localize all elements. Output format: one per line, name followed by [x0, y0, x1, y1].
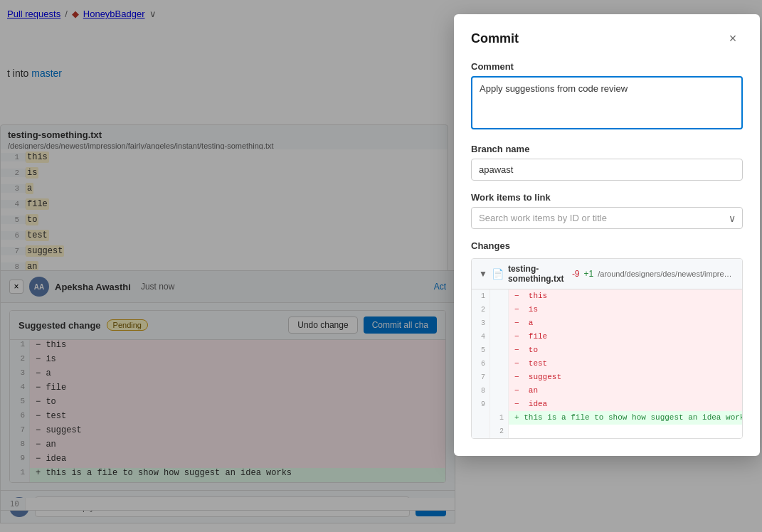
comment-label: Comment — [471, 61, 743, 72]
changes-file-name: testing-something.txt — [508, 264, 568, 284]
modal-close-button[interactable]: × — [723, 28, 743, 48]
changes-label: Changes — [471, 240, 743, 251]
ch-line: 3 − a — [472, 316, 742, 330]
work-items-select[interactable]: Search work items by ID or title — [471, 207, 743, 229]
diff-added-count: +1 — [584, 269, 594, 279]
diff-removed-count: -9 — [572, 269, 580, 279]
modal-header: Commit × — [471, 28, 743, 48]
ch-line: 7 − suggest — [472, 371, 742, 384]
modal-title: Commit — [471, 31, 519, 46]
ch-line: 5 − to — [472, 344, 742, 357]
ch-line: 1 + this is a file to show how suggest a… — [472, 411, 742, 425]
work-items-wrapper: Search work items by ID or title ∨ — [471, 207, 743, 229]
file-icon: 📄 — [492, 268, 504, 280]
changes-container: ▼ 📄 testing-something.txt -9 +1 /around/… — [471, 258, 743, 439]
branch-label: Branch name — [471, 144, 743, 154]
ch-line: 2 − is — [472, 303, 742, 316]
collapse-icon[interactable]: ▼ — [479, 269, 487, 279]
ch-line: 6 − test — [472, 357, 742, 371]
branch-input[interactable] — [471, 159, 743, 181]
ch-line: 4 − file — [472, 330, 742, 344]
work-items-label: Work items to link — [471, 192, 743, 203]
changes-code: 1 − this 2 − is 3 − a 4 − file 5 − to 6 — [472, 289, 742, 438]
changes-file-header: ▼ 📄 testing-something.txt -9 +1 /around/… — [472, 259, 742, 289]
ch-line: 8 − an — [472, 384, 742, 398]
comment-textarea[interactable] — [471, 76, 743, 129]
ch-line: 2 — [472, 425, 742, 438]
changes-file-path: /around/designers/des/newest/impression/… — [598, 270, 735, 278]
ch-line: 1 − this — [472, 289, 742, 303]
commit-modal: Commit × Comment Branch name Work items … — [454, 14, 760, 456]
ch-line: 9 − idea — [472, 398, 742, 411]
